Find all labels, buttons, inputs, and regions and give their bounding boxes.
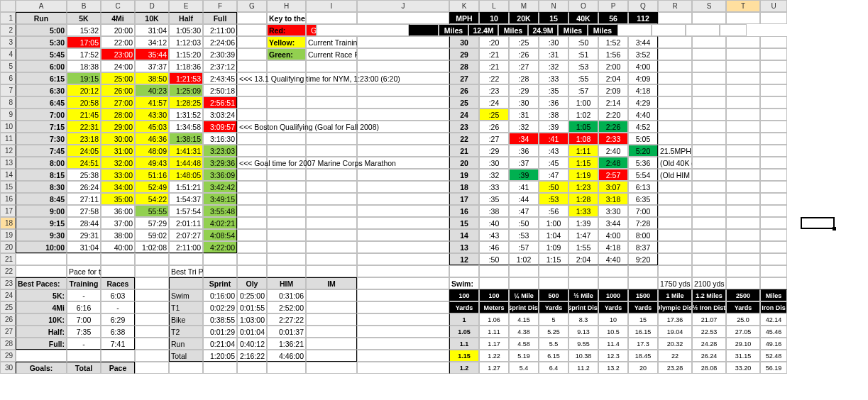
col-header-J[interactable]: J [357, 0, 449, 12]
cell-F12[interactable]: 3:23:03 [203, 145, 237, 157]
cell-B22[interactable]: Pace for the distance [67, 265, 101, 277]
cell-A11[interactable]: 7:30 [16, 133, 67, 145]
cell-B9[interactable]: 21:45 [67, 109, 101, 121]
cell-T19[interactable] [726, 229, 760, 241]
cell-K25[interactable]: Yards [449, 301, 479, 313]
cell-J30[interactable] [357, 362, 449, 374]
cell-N5[interactable]: :32 [539, 60, 568, 72]
cell-B5[interactable]: 18:38 [67, 60, 101, 72]
cell-F16[interactable]: 3:49:15 [203, 193, 237, 205]
col-header-S[interactable]: S [692, 0, 726, 12]
cell-U21[interactable] [760, 253, 787, 265]
cell-H29[interactable]: 4:46:00 [267, 350, 306, 362]
cell-Q13[interactable]: 5:36 [628, 157, 658, 169]
cell-N19[interactable]: 1:04 [539, 229, 568, 241]
cell-F26[interactable]: 0:38:55 [203, 313, 237, 326]
cell-E5[interactable]: 1:18:36 [169, 60, 203, 72]
cell-O11[interactable]: 1:08 [568, 133, 598, 145]
cell-N3[interactable]: :30 [539, 36, 568, 48]
cell-Q25[interactable]: Yards [628, 301, 658, 313]
cell-S20[interactable] [692, 241, 726, 253]
cell-E28[interactable]: Run [169, 338, 203, 350]
cell-P8[interactable]: 2:14 [598, 96, 628, 109]
cell-A23[interactable]: Best Paces: [16, 277, 67, 289]
cell-K19[interactable]: 14 [449, 229, 479, 241]
cell-I19[interactable] [306, 229, 357, 241]
cell-A14[interactable]: 8:15 [16, 169, 67, 181]
cell-C16[interactable]: 35:00 [101, 193, 135, 205]
cell-K17[interactable]: 16 [449, 205, 479, 217]
cell-U14[interactable] [760, 169, 787, 181]
cell-M27[interactable]: 4.38 [509, 326, 539, 338]
cell-C28[interactable]: 7:41 [101, 338, 135, 350]
cell-B21[interactable] [67, 253, 101, 265]
cell-O28[interactable]: 9.55 [568, 338, 598, 350]
cell-G17[interactable] [237, 205, 267, 217]
cell-B6[interactable]: 19:15 [67, 72, 101, 84]
cell-O8[interactable]: 1:00 [568, 96, 598, 109]
cell-P26[interactable]: 10 [598, 313, 628, 326]
cell-M11[interactable]: :34 [509, 133, 539, 145]
cell-H4[interactable]: Green: [267, 48, 306, 60]
cell-E7[interactable]: 1:25:09 [169, 84, 203, 96]
cell-E22[interactable]: Best Tri Paces [169, 265, 203, 277]
cell-F25[interactable]: 0:02:29 [203, 301, 237, 313]
cell-N1[interactable]: 15 [539, 12, 568, 24]
cell-E16[interactable]: 1:54:37 [169, 193, 203, 205]
cell-Q26[interactable]: 15 [628, 313, 658, 326]
cell-J25[interactable] [357, 301, 449, 313]
cell-S23[interactable]: 2100 yds [692, 277, 726, 289]
cell-R21[interactable] [658, 253, 692, 265]
cell-N23[interactable] [539, 277, 568, 289]
cell-O5[interactable]: :53 [568, 60, 598, 72]
cell-G25[interactable]: 0:01:55 [237, 301, 267, 313]
cell-I3[interactable]: Current Training Record [306, 36, 357, 48]
cell-U1[interactable] [760, 12, 787, 24]
cell-E27[interactable]: T2 [169, 326, 203, 338]
cell-M18[interactable]: :50 [509, 217, 539, 229]
cell-H12[interactable] [267, 145, 306, 157]
cell-S14[interactable] [692, 169, 726, 181]
cell-H9[interactable] [267, 109, 306, 121]
cell-M12[interactable]: :36 [509, 145, 539, 157]
cell-K15[interactable]: 18 [449, 181, 479, 193]
cell-O22[interactable] [568, 265, 598, 277]
cell-E29[interactable]: Total [169, 350, 203, 362]
cell-K7[interactable]: 26 [449, 84, 479, 96]
cell-R23[interactable]: 1750 yds [658, 277, 692, 289]
cell-E4[interactable]: 1:15:20 [169, 48, 203, 60]
cell-J7[interactable] [357, 84, 449, 96]
row-header-13[interactable]: 13 [0, 157, 16, 169]
cell-C21[interactable] [101, 253, 135, 265]
row-header-6[interactable]: 6 [0, 72, 16, 84]
cell-C8[interactable]: 27:00 [101, 96, 135, 109]
cell-J17[interactable] [357, 205, 449, 217]
cell-G26[interactable]: 1:03:00 [237, 313, 267, 326]
cell-O4[interactable]: :51 [568, 48, 598, 60]
cell-U19[interactable] [760, 229, 787, 241]
cell-U20[interactable] [760, 241, 787, 253]
cell-C10[interactable]: 29:00 [101, 121, 135, 133]
cell-T10[interactable] [726, 121, 760, 133]
cell-D29[interactable] [135, 350, 169, 362]
cell-D25[interactable] [135, 301, 169, 313]
cell-I2[interactable]: Goal [306, 24, 317, 36]
cell-N16[interactable]: :53 [539, 193, 568, 205]
cell-J20[interactable] [357, 241, 449, 253]
cell-Q22[interactable] [628, 265, 658, 277]
row-header-27[interactable]: 27 [0, 326, 16, 338]
cell-G27[interactable]: 0:01:04 [237, 326, 267, 338]
cell-D12[interactable]: 48:09 [135, 145, 169, 157]
cell-J24[interactable] [357, 289, 449, 301]
cell-A4[interactable]: 5:45 [16, 48, 67, 60]
cell-C11[interactable]: 30:00 [101, 133, 135, 145]
cell-I4[interactable]: Current Race Record [306, 48, 357, 60]
cell-D30[interactable] [135, 362, 169, 374]
cell-U24[interactable]: Miles [760, 289, 787, 301]
cell-J1[interactable] [357, 12, 449, 24]
cell-P21[interactable]: 4:40 [598, 253, 628, 265]
col-header-G[interactable]: G [237, 0, 267, 12]
cell-P3[interactable]: 1:52 [598, 36, 628, 48]
cell-U13[interactable] [760, 157, 787, 169]
cell-K12[interactable]: 21 [449, 145, 479, 157]
